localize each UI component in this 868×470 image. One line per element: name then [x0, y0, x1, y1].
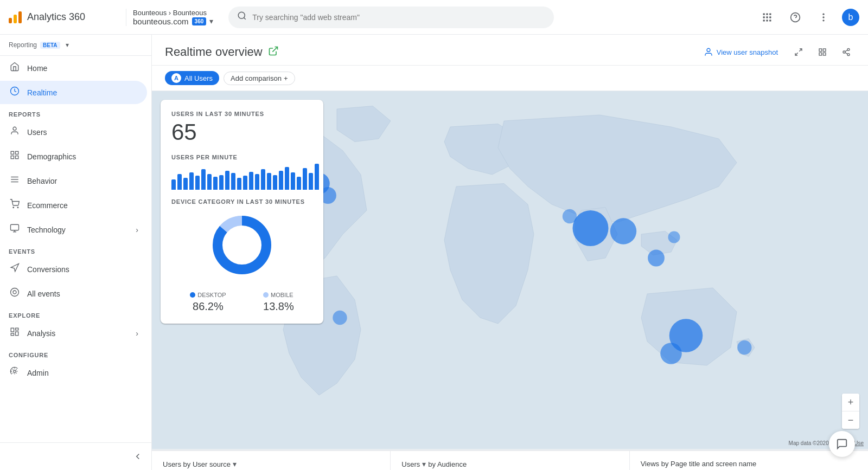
share-icon[interactable] [838, 43, 855, 61]
add-comparison-plus-icon: + [284, 74, 288, 82]
mobile-dot [263, 292, 269, 298]
app-title: Analytics 360 [27, 11, 85, 23]
bar-segment [249, 172, 253, 190]
conversions-icon [9, 263, 21, 275]
reporting-label: Reporting [9, 41, 37, 49]
page-header: Realtime overview View user snapshot [152, 35, 868, 66]
bar-segment [237, 178, 241, 190]
zoom-out-button[interactable]: − [842, 411, 859, 429]
svg-line-49 [845, 53, 848, 54]
add-comparison-button[interactable]: Add comparison + [224, 72, 295, 85]
bar-segment [267, 173, 271, 190]
sidebar-item-technology[interactable]: Technology › [0, 218, 147, 241]
card2-title[interactable]: Users ▾ by Audience [401, 460, 618, 468]
bar-segment [225, 171, 229, 190]
card2-dropdown-icon[interactable]: ▾ [422, 460, 426, 468]
all-events-icon [9, 287, 21, 300]
map-bubble-brazil [333, 311, 347, 325]
more-icon[interactable] [814, 8, 833, 27]
ecommerce-label: Ecommerce [27, 201, 68, 210]
mobile-pct: 13.8% [263, 300, 294, 313]
stats-card: USERS IN LAST 30 MINUTES 65 USERS PER MI… [161, 100, 323, 324]
bar-segment [273, 175, 277, 190]
search-bar[interactable] [228, 7, 554, 28]
bar-segment [309, 173, 313, 190]
sidebar-item-conversions[interactable]: Conversions [0, 257, 147, 281]
bar-segment [201, 169, 206, 190]
page-title: Realtime overview [165, 45, 263, 59]
sidebar-item-analysis[interactable]: Analysis › [0, 321, 147, 345]
analysis-icon [9, 327, 21, 339]
svg-point-17 [13, 127, 16, 130]
donut-container [204, 207, 280, 283]
sidebar-item-ecommerce[interactable]: Ecommerce [0, 194, 147, 217]
bar-segment [177, 174, 182, 190]
header-actions: b [757, 8, 859, 27]
beta-badge: BETA [40, 42, 60, 49]
bottom-card-page-title: Views by Page title and screen name #1 B… [630, 451, 868, 470]
realtime-label: Realtime [27, 88, 57, 97]
customize-icon[interactable] [814, 43, 831, 61]
svg-point-14 [822, 16, 824, 18]
account-dropdown-icon[interactable]: ▾ [209, 17, 213, 25]
sidebar-reporting: Reporting BETA ▾ [0, 35, 151, 56]
sidebar-item-all-events[interactable]: All events [0, 282, 147, 305]
admin-label: Admin [27, 369, 49, 377]
help-icon[interactable] [786, 8, 805, 27]
technology-icon [9, 223, 21, 236]
svg-rect-33 [11, 328, 14, 332]
users-count: 65 [171, 119, 312, 145]
add-comparison-label: Add comparison [231, 74, 282, 82]
page-title-icon[interactable] [268, 46, 279, 59]
svg-point-46 [847, 48, 850, 50]
svg-line-38 [272, 47, 277, 51]
svg-rect-45 [823, 53, 826, 55]
sidebar-item-behavior[interactable]: Behavior [0, 169, 147, 192]
search-icon [237, 11, 247, 23]
search-input[interactable] [252, 13, 545, 22]
sidebar-item-home[interactable]: Home [0, 56, 147, 80]
sidebar-item-demographics[interactable]: Demographics [0, 145, 147, 168]
map-container: USERS IN LAST 30 MINUTES 65 USERS PER MI… [152, 91, 868, 450]
behavior-icon [9, 175, 21, 187]
sidebar-item-users[interactable]: Users [0, 120, 147, 144]
account-nav[interactable]: Bounteous › Bounteous bounteous.com 360 … [126, 9, 220, 26]
fullscreen-icon[interactable] [790, 43, 807, 61]
all-users-chip[interactable]: A All Users [165, 71, 219, 85]
svg-line-50 [845, 50, 848, 51]
sidebar-item-realtime[interactable]: Realtime [0, 81, 147, 104]
reporting-dropdown-icon[interactable]: ▾ [66, 41, 69, 49]
map-bubble-australia-2 [660, 343, 682, 364]
map-bubble-pakistan [563, 209, 577, 223]
card1-title[interactable]: Users by User source ▾ [163, 460, 379, 468]
view-user-snapshot-button[interactable]: View user snapshot [698, 44, 783, 60]
bar-segment [219, 175, 224, 190]
svg-line-41 [795, 53, 798, 55]
users-per-minute-label: USERS PER MINUTE [171, 154, 312, 160]
bar-segment [183, 178, 188, 190]
desktop-dot [190, 292, 195, 298]
account-name: bounteous.com [133, 17, 189, 26]
avatar[interactable]: b [842, 9, 859, 26]
technology-label: Technology [27, 226, 66, 234]
sidebar-collapse-button[interactable] [0, 447, 151, 466]
apps-icon[interactable] [757, 8, 777, 27]
sidebar: Reporting BETA ▾ Home Realtime REPORTS U… [0, 35, 152, 470]
analysis-expand-icon: › [136, 329, 138, 338]
svg-point-15 [822, 20, 824, 21]
svg-rect-43 [823, 49, 826, 51]
sidebar-item-admin[interactable]: Admin [0, 361, 147, 384]
card1-dropdown-icon[interactable]: ▾ [233, 460, 237, 468]
all-users-label: All Users [184, 74, 213, 82]
desktop-pct: 86.2% [190, 300, 226, 313]
bar-segment [171, 179, 176, 190]
ga360-badge: 360 [192, 17, 207, 25]
card3-title: Views by Page title and screen name [641, 460, 857, 468]
chat-button[interactable] [829, 431, 855, 457]
top-header: Analytics 360 Bounteous › Bounteous boun… [0, 0, 868, 35]
map-bubble-thailand [610, 218, 636, 244]
configure-section-label: CONFIGURE [0, 345, 151, 360]
zoom-in-button[interactable]: + [842, 394, 859, 411]
logo-area: Analytics 360 [9, 11, 117, 23]
svg-rect-36 [11, 333, 14, 336]
